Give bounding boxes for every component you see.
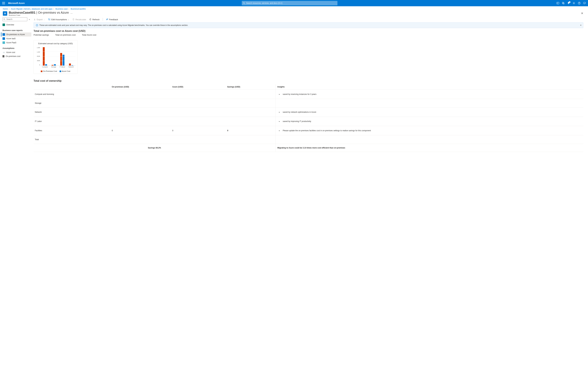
page-title: BusinessCase001 bbox=[9, 11, 35, 14]
crumb-migrate[interactable]: Azure Migrate | Servers, databases and w… bbox=[11, 8, 52, 10]
breadcrumb: Home› Azure Migrate | Servers, databases… bbox=[0, 6, 588, 10]
main-content: Export ⌄ Edit Assumptions ⌄ Recalculate … bbox=[31, 16, 588, 157]
table-row: Total bbox=[34, 135, 583, 144]
col-azure: Azure (USD) bbox=[171, 84, 226, 90]
insight-item: saved by network optimizations in Azure bbox=[281, 111, 582, 114]
crumb-home[interactable]: Home bbox=[3, 8, 8, 10]
report-icon bbox=[2, 33, 5, 36]
tab-onprem-cost[interactable]: Total on-premises cost bbox=[55, 34, 75, 37]
nav-label: On-premises vs Azure bbox=[6, 33, 25, 36]
sidebar-search[interactable] bbox=[2, 17, 27, 21]
paas-icon bbox=[2, 41, 5, 44]
nav-onprem-vs-azure[interactable]: On-premises vs Azure bbox=[1, 32, 31, 37]
download-icon bbox=[34, 18, 36, 21]
brand-label: Microsoft Azure bbox=[8, 2, 24, 4]
settings-icon[interactable] bbox=[573, 2, 575, 4]
chart-x-axis: ComputeStorageIT labourNetwork bbox=[41, 66, 75, 68]
nav-label: On-premises cost bbox=[6, 55, 20, 57]
toolbar-separator bbox=[103, 18, 103, 21]
feedback-button[interactable]: Feedback bbox=[106, 18, 118, 21]
recalculate-button[interactable]: Recalculate bbox=[72, 18, 86, 21]
notifications-icon[interactable]: 1 bbox=[567, 2, 570, 4]
chart-y-axis: 1.6M1.2M810k400k0 bbox=[36, 47, 41, 66]
topbar: Microsoft Azure 1 bbox=[0, 0, 588, 6]
search-icon bbox=[243, 2, 245, 4]
table-row: IT Laborsaved by improving IT productivi… bbox=[34, 117, 583, 126]
legend-item[interactable]: On-Premises Cost bbox=[41, 70, 57, 72]
svg-point-18 bbox=[106, 19, 107, 20]
nav-azure-cost[interactable]: ☁️ Azure cost bbox=[1, 50, 31, 54]
svg-point-17 bbox=[49, 20, 50, 20]
svg-point-16 bbox=[48, 19, 49, 19]
section-heading: Total on-premises cost vs Azure cost (US… bbox=[34, 30, 583, 32]
chevron-down-icon: ⌄ bbox=[68, 19, 69, 20]
person-feedback-icon bbox=[106, 18, 108, 21]
edit-assumptions-button[interactable]: Edit Assumptions ⌄ bbox=[48, 18, 69, 21]
svg-point-0 bbox=[243, 2, 245, 4]
svg-point-20 bbox=[37, 25, 37, 25]
row-label: Storage bbox=[34, 99, 111, 108]
bar[interactable] bbox=[69, 64, 71, 66]
chart-plot bbox=[41, 47, 75, 66]
nav-overview[interactable]: Overview bbox=[1, 23, 31, 27]
svg-line-13 bbox=[5, 20, 5, 20]
sidebar-search-input[interactable] bbox=[2, 17, 27, 21]
nav-group-reports: Business case reports bbox=[2, 29, 31, 31]
global-search[interactable] bbox=[242, 1, 338, 5]
nav-group-assumptions: Assumptions bbox=[2, 47, 31, 49]
nav-azure-paas[interactable]: Azure PaaS bbox=[1, 41, 31, 45]
cloud-shell-icon[interactable] bbox=[557, 2, 559, 4]
bar[interactable] bbox=[60, 53, 62, 66]
refresh-button[interactable]: Refresh bbox=[89, 18, 99, 21]
cost-tabs: Potential savings Total on-premises cost… bbox=[34, 34, 583, 37]
legend-item[interactable]: Azure Cost bbox=[60, 70, 70, 72]
nav-label: Azure cost bbox=[6, 51, 15, 53]
directories-icon[interactable] bbox=[562, 2, 564, 4]
bar[interactable] bbox=[51, 65, 53, 66]
search-icon bbox=[3, 18, 5, 20]
bar[interactable] bbox=[71, 65, 73, 66]
bar[interactable] bbox=[45, 64, 47, 66]
export-button[interactable]: Export ⌄ bbox=[34, 18, 45, 21]
banner-close-icon[interactable]: ✕ bbox=[580, 24, 582, 26]
insight-item: saved by improving IT productivity bbox=[281, 120, 582, 123]
close-blade-icon[interactable]: ✕ bbox=[581, 12, 583, 15]
chart-legend: On-Premises CostAzure Cost bbox=[36, 70, 75, 72]
more-actions-icon[interactable]: ⋯ bbox=[70, 12, 73, 15]
recalc-icon bbox=[72, 18, 74, 21]
row-label: Total bbox=[34, 135, 111, 144]
nav-label: Azure PaaS bbox=[6, 42, 16, 44]
tab-potential-savings[interactable]: Potential savings bbox=[34, 34, 49, 37]
info-icon bbox=[36, 24, 38, 26]
summary-insight: Migrating to Azure could be 3.14 times m… bbox=[275, 144, 583, 152]
crumb-current[interactable]: BusinessCase001 bbox=[71, 8, 86, 10]
nav-azure-iaas[interactable]: Azure IaaS bbox=[1, 37, 31, 41]
row-label: IT Labor bbox=[34, 117, 111, 126]
topbar-actions: 1 bbox=[557, 2, 586, 4]
svg-line-1 bbox=[244, 3, 245, 4]
nav-onprem-cost[interactable]: On-premises cost bbox=[1, 54, 31, 58]
help-icon[interactable] bbox=[578, 2, 581, 4]
nav-label: Azure IaaS bbox=[6, 37, 16, 40]
resource-type: Business Case bbox=[9, 14, 69, 16]
sliders-icon bbox=[48, 18, 50, 21]
hamburger-menu-icon[interactable] bbox=[2, 2, 5, 4]
title-block: BusinessCase001 | On-premises vs Azure B… bbox=[9, 11, 69, 16]
overview-icon bbox=[2, 24, 5, 26]
table-row: Facilities000Please update the on-premis… bbox=[34, 126, 583, 135]
tco-heading: Total cost of ownership bbox=[34, 79, 583, 82]
tab-azure-cost[interactable]: Total Azure cost bbox=[82, 34, 96, 37]
title-row: BusinessCase001 | On-premises vs Azure B… bbox=[0, 10, 588, 16]
svg-point-5 bbox=[568, 4, 569, 4]
crumb-businesscase[interactable]: Business case bbox=[55, 8, 68, 10]
feedback-icon[interactable] bbox=[583, 2, 586, 4]
iaas-icon bbox=[2, 37, 5, 40]
row-label: Network bbox=[34, 108, 111, 117]
global-search-input[interactable] bbox=[242, 1, 338, 5]
bar[interactable] bbox=[54, 64, 56, 66]
col-savings: Savings (USD) bbox=[226, 84, 275, 90]
collapse-sidebar-icon[interactable]: « bbox=[29, 18, 30, 21]
table-row: Storage bbox=[34, 99, 583, 108]
resource-icon bbox=[3, 11, 7, 16]
banner-text: These are estimated costs and your actua… bbox=[39, 24, 188, 26]
